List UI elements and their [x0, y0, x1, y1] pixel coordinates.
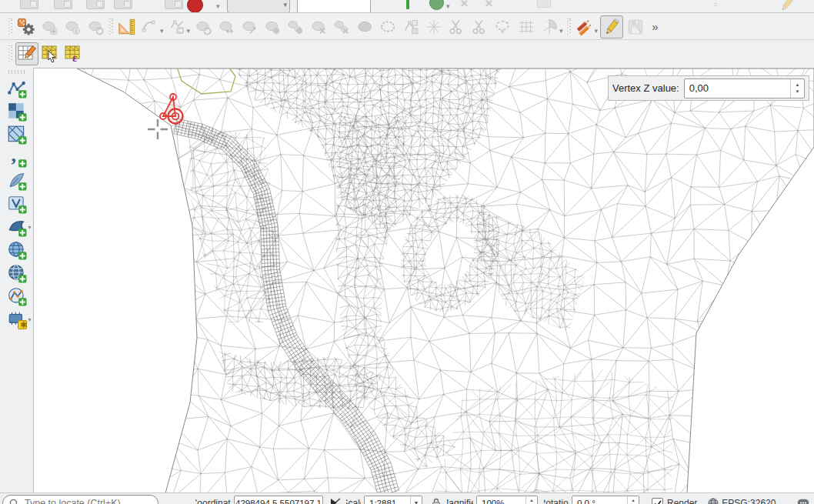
add-faces-button[interactable] — [354, 16, 375, 38]
rotation-spinbox[interactable]: 0.0 ° ▲▼ — [572, 496, 639, 504]
transform-mesh-vertices-button[interactable]: ε — [63, 43, 85, 65]
flip-edges-icon — [425, 18, 443, 36]
vertex-z-spinbox[interactable]: 0,00 ▲▼ — [684, 78, 805, 98]
render-checkbox[interactable] — [652, 498, 663, 504]
rotation-spin-buttons[interactable]: ▲▼ — [627, 496, 639, 504]
mesh-toolbar-items: ε — [15, 42, 85, 65]
top-toolbar-caret[interactable]: ▾ — [446, 2, 450, 10]
toolbar-drag-handle[interactable] — [8, 45, 12, 62]
extent-toggle-icon[interactable] — [329, 498, 341, 504]
flip-edges-button[interactable] — [423, 16, 445, 38]
top-toolbar-pencil-faint[interactable] — [779, 0, 796, 13]
add-vector-tile-layer-button[interactable]: ✱▾ — [5, 308, 29, 330]
top-toolbar-x-icon[interactable]: ✕ — [485, 0, 493, 9]
add-mesh-layer-button[interactable] — [38, 16, 60, 38]
messages-icon[interactable] — [797, 499, 809, 504]
force-by-selected-geometries-button[interactable] — [192, 16, 214, 38]
smooth-mesh-icon — [263, 18, 282, 36]
split-faces-button[interactable] — [400, 16, 422, 38]
lock-scale-icon[interactable] — [432, 498, 441, 504]
rotate-mesh-elements-icon — [240, 18, 259, 36]
move-mesh-elements-button[interactable] — [215, 16, 237, 38]
vertex-tool-button[interactable] — [166, 16, 188, 38]
crs-label[interactable]: EPSG:32620 — [722, 498, 776, 504]
smooth-mesh-button[interactable] — [262, 16, 283, 38]
save-edits-button[interactable] — [625, 16, 646, 38]
add-raster-layer-button[interactable] — [5, 100, 29, 122]
advanced-digitizing-button[interactable] — [116, 16, 138, 38]
scissors-vertices-button[interactable] — [446, 16, 468, 38]
mesh-information-button[interactable]: i — [62, 16, 83, 38]
magnifier-spin-buttons[interactable]: ▲▼ — [525, 496, 537, 504]
locator-search[interactable] — [2, 495, 158, 504]
search-icon — [9, 499, 19, 504]
top-toolbar-stub[interactable] — [86, 0, 105, 9]
settings-button[interactable] — [15, 16, 37, 38]
delaunay-triangulation-button[interactable] — [377, 16, 399, 38]
top-toolbar-stub[interactable] — [165, 0, 183, 9]
top-toolbar-stub[interactable] — [20, 0, 38, 9]
top-toolbar-field[interactable] — [297, 0, 371, 13]
current-edits-button[interactable] — [574, 16, 595, 38]
scissors-faces-button[interactable] — [469, 16, 491, 38]
add-vector-layer-button[interactable] — [5, 77, 29, 99]
top-toolbar-x-icon[interactable]: ✕ — [460, 0, 469, 9]
add-wms-wmts-layer-button[interactable] — [5, 239, 29, 261]
add-database-layer-button[interactable]: ▾ — [5, 215, 29, 238]
rotate-mesh-elements-button[interactable] — [239, 16, 260, 38]
select-isolated-vertices-button[interactable] — [492, 16, 514, 38]
digitize-with-curve-button[interactable] — [139, 16, 161, 38]
top-toolbar-green-plus[interactable] — [406, 0, 409, 9]
rotate-selection-button[interactable] — [539, 16, 560, 38]
top-toolbar-stub[interactable] — [114, 0, 132, 9]
split-faces-icon — [402, 18, 420, 36]
add-mesh-layer-button[interactable] — [5, 123, 29, 145]
refine-faces-button[interactable] — [285, 16, 306, 38]
move-mesh-elements-icon — [217, 18, 235, 36]
scissors-faces-icon — [471, 18, 489, 36]
add-delimited-text-layer-button[interactable]: , — [5, 146, 29, 169]
add-wfs-layer-button[interactable] — [5, 285, 29, 307]
map-canvas[interactable] — [34, 68, 814, 493]
toolbar-drag-handle[interactable] — [8, 70, 25, 74]
add-spatialite-layer-button[interactable] — [5, 169, 29, 192]
svg-text:,: , — [11, 148, 16, 166]
reindex-mesh-button[interactable] — [515, 16, 537, 38]
digitize-mesh-elements-button[interactable] — [15, 42, 38, 65]
status-bar: Coordinate 4298494.5,5507197.1 Scale 1:2… — [0, 492, 814, 504]
crs-globe-icon[interactable] — [708, 498, 719, 504]
toolbar-overflow-button[interactable]: » — [652, 20, 658, 33]
top-toolbar-faint[interactable] — [537, 0, 551, 8]
magnifier-spinbox[interactable]: 100% ▲▼ — [476, 496, 538, 504]
top-toolbar-stub[interactable] — [54, 0, 72, 9]
top-toolbar-caret[interactable]: ▾ — [216, 2, 220, 10]
toggle-editing-button[interactable] — [600, 15, 623, 38]
vertex-z-label: Vertex Z value: — [612, 82, 679, 94]
scale-label: Scale — [346, 498, 361, 504]
reload-mesh-button[interactable] — [85, 16, 106, 38]
remove-faces-button[interactable] — [308, 16, 329, 38]
main-toolbar-items: i▾▾▾▾» — [15, 15, 658, 38]
scale-dropdown[interactable]: ▼ — [410, 496, 422, 504]
coordinate-value[interactable]: 4298494.5,5507197.1 — [234, 496, 323, 504]
add-vector-tile-layer-dropdown-arrow[interactable]: ▾ — [28, 316, 31, 323]
add-database-layer-dropdown-arrow[interactable]: ▾ — [28, 224, 31, 231]
select-mesh-elements-button[interactable] — [40, 43, 62, 65]
add-virtual-layer-button[interactable] — [5, 192, 29, 215]
scale-combo[interactable]: 1:2881 ▼ — [364, 496, 422, 504]
vertex-z-spin-buttons[interactable]: ▲▼ — [790, 79, 804, 98]
remove-vertices-fill-icon — [332, 18, 351, 36]
add-wcs-layer-button[interactable] — [5, 262, 29, 284]
top-toolbar-green-circle[interactable] — [429, 0, 444, 10]
settings-icon — [17, 18, 35, 36]
toolbar-drag-handle[interactable] — [8, 18, 12, 35]
remove-vertices-fill-button[interactable] — [331, 16, 352, 38]
top-toolbar-dots[interactable]: ∶∶ — [714, 2, 717, 8]
locator-input[interactable] — [23, 497, 149, 504]
top-toolbar-combo[interactable]: ▾ — [227, 0, 290, 13]
add-wcs-layer-icon — [7, 263, 27, 283]
top-toolbar-red-record[interactable] — [187, 0, 203, 13]
add-mesh-layer-icon — [7, 125, 27, 145]
add-faces-icon — [355, 18, 374, 36]
toolbar-separator — [567, 18, 571, 35]
